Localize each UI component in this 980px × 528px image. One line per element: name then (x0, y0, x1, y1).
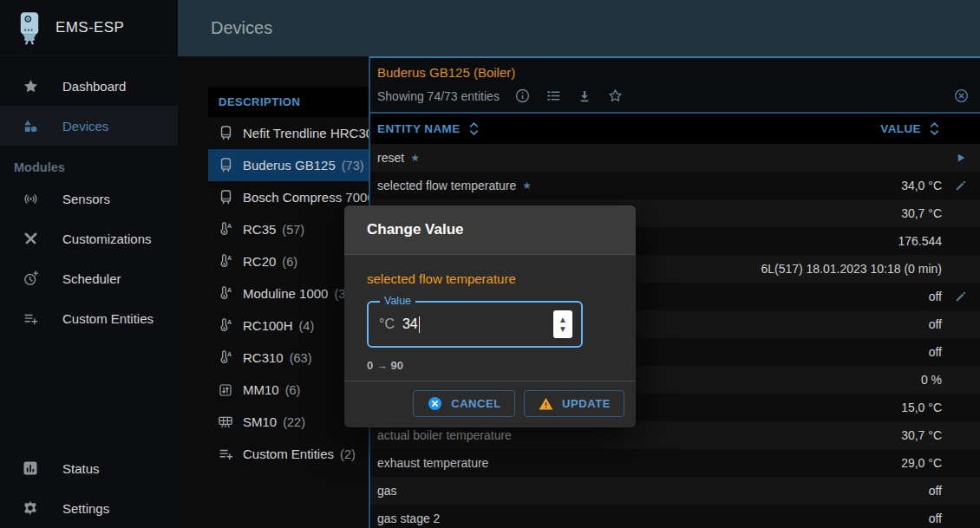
sidebar-item[interactable]: Settings (0, 488, 178, 528)
thermostat-icon: A (216, 349, 235, 366)
close-icon[interactable] (953, 88, 970, 104)
entity-value: 29,0 °C (901, 456, 942, 470)
device-row[interactable]: Nefit Trendline HRC30/C (208, 117, 369, 149)
sort-value[interactable]: VALUE (880, 121, 940, 136)
entity-row: gas stage 2 off (370, 505, 980, 528)
sidebar-item-label: Scheduler (62, 271, 121, 286)
entity-value: 34,0 °C (901, 179, 942, 192)
sidebar-item[interactable]: Dashboard (0, 66, 178, 106)
device-label: MM10 (243, 382, 279, 397)
play-icon[interactable] (942, 152, 980, 164)
stepper-up-icon[interactable]: ▲ (560, 316, 565, 323)
solar-icon (216, 414, 235, 430)
device-label: RC20 (243, 254, 276, 269)
sidebar-item[interactable]: Devices (0, 106, 178, 146)
star-outline-icon[interactable] (607, 88, 624, 104)
device-entity-count: (6) (282, 255, 297, 269)
device-label: Moduline 1000 (243, 286, 328, 301)
sidebar-item-label: Dashboard (62, 79, 126, 94)
dialog-entity-label: selected flow temperature (367, 271, 613, 286)
thermostat-icon: A (216, 253, 235, 270)
device-entity-count: (57) (282, 223, 304, 237)
device-label: Custom Entities (243, 447, 334, 461)
update-button[interactable]: UPDATE (524, 390, 624, 417)
boiler-icon (216, 189, 235, 205)
device-entity-count: (4) (299, 319, 315, 333)
boiler-icon (216, 157, 235, 173)
schedule-icon (22, 271, 39, 287)
stepper-down-icon[interactable]: ▼ (560, 326, 565, 333)
entity-row: exhaust temperature 29,0 °C (370, 449, 980, 477)
change-value-dialog: Change Value selected flow temperature V… (344, 205, 636, 427)
device-list-header[interactable]: DESCRIPTION (208, 87, 369, 117)
playlist-icon[interactable] (546, 88, 562, 104)
entity-value: off (929, 345, 942, 359)
device-label: RC100H (243, 318, 293, 333)
entity-name: gas (377, 484, 397, 498)
sidebar-item[interactable]: Custom Entities (0, 298, 178, 338)
download-icon[interactable] (577, 88, 592, 104)
device-row[interactable]: Buderus GB125 (73) (208, 149, 369, 181)
app-header: EMS-ESP (0, 0, 178, 56)
device-label: Buderus GB125 (243, 158, 336, 173)
device-label: RC35 (243, 222, 276, 237)
sidebar-item[interactable]: Sensors (0, 179, 178, 218)
value-input-label: Value (380, 295, 415, 307)
cancel-button[interactable]: CANCEL (413, 390, 515, 417)
entity-row: gas off (370, 477, 980, 505)
app-title: EMS-ESP (56, 19, 124, 36)
sensor-icon (22, 191, 39, 207)
sidebar-item-label: Customizations (62, 231, 152, 246)
gear-icon (22, 499, 39, 517)
svg-text:A: A (227, 319, 232, 326)
entity-value: off (929, 290, 942, 303)
entity-toolbar: Showing 74/73 entities (370, 81, 980, 112)
dialog-footer: CANCEL UPDATE (344, 381, 636, 427)
entity-row: reset ★ (370, 144, 980, 172)
entity-row: selected flow temperature ★ 34,0 °C (370, 172, 980, 199)
main-nav: Dashboard Devices (0, 66, 178, 146)
entity-panel-title: Buderus GB125 (Boiler) (370, 58, 980, 81)
sidebar-item-label: Status (62, 461, 100, 476)
edit-icon[interactable] (942, 290, 980, 303)
boiler-logo-icon (15, 10, 44, 46)
bottom-nav: Status Settings (0, 448, 178, 528)
sidebar-item[interactable]: Status (0, 448, 178, 488)
device-label: RC310 (243, 350, 284, 365)
sidebar-item-label: Devices (62, 119, 108, 134)
device-label: SM10 (243, 414, 277, 429)
sidebar-item[interactable]: Customizations (0, 218, 178, 258)
warning-icon (538, 396, 554, 412)
playlist-add-icon (216, 446, 235, 462)
entity-name-column-label: ENTITY NAME (377, 122, 461, 135)
entity-value: off (929, 512, 942, 525)
sidebar-item[interactable]: Scheduler (0, 258, 178, 298)
thermostat-icon: A (216, 285, 235, 302)
status-chart-icon (22, 460, 39, 477)
entity-name: exhaust temperature (377, 456, 488, 470)
favorite-star-icon: ★ (410, 152, 420, 164)
device-entity-count: (22) (283, 415, 305, 429)
entity-value: 15,0 °C (901, 401, 942, 414)
edit-icon[interactable] (942, 179, 980, 192)
entity-value: 6L(517) 18.01.2023 10:18 (0 min) (761, 262, 942, 276)
device-label: Bosch Compress 7000i (243, 190, 369, 205)
value-input[interactable]: Value °C 34 ▲▼ (367, 301, 583, 348)
sidebar-item-label: Settings (62, 501, 109, 516)
svg-text:A: A (227, 223, 232, 230)
info-icon[interactable] (514, 88, 531, 104)
device-entity-count: (2) (340, 447, 356, 461)
star-icon (22, 78, 39, 95)
modules-section-label: Modules (14, 160, 178, 174)
sort-icon (468, 121, 480, 136)
unit-label: °C (379, 316, 395, 332)
sidebar-item-label: Sensors (62, 192, 110, 206)
number-stepper[interactable]: ▲▼ (553, 310, 572, 338)
playlist-add-icon (22, 310, 39, 327)
device-row[interactable]: Custom Entities (2) (208, 438, 369, 470)
entity-value: 0 % (921, 373, 942, 387)
device-label: Nefit Trendline HRC30/C (243, 126, 369, 140)
modules-nav: Sensors Customizations Scheduler Custom … (0, 179, 178, 338)
thermostat-icon: A (216, 221, 235, 238)
sort-entity-name[interactable]: ENTITY NAME (377, 121, 880, 136)
